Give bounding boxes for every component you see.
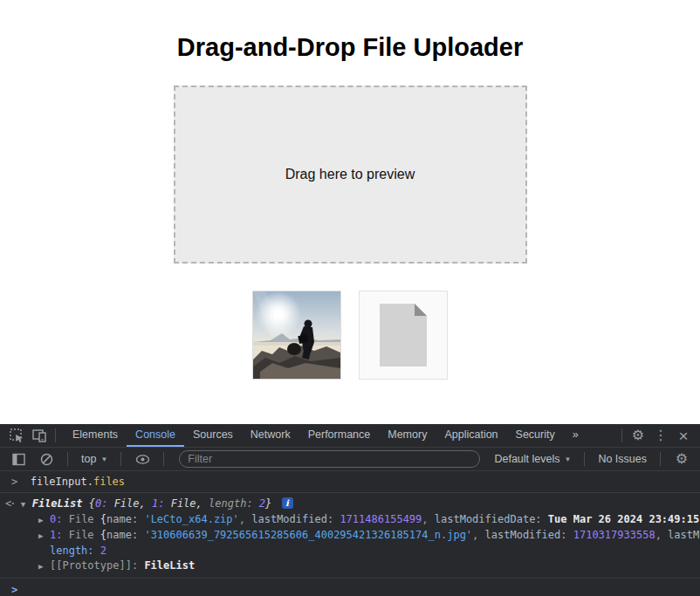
generic-file-icon <box>378 304 429 367</box>
filter-input[interactable] <box>179 450 480 468</box>
live-expression-eye-icon[interactable] <box>131 448 154 470</box>
issues-counter[interactable]: No Issues <box>594 453 650 465</box>
separator <box>621 428 622 442</box>
more-tabs-icon[interactable]: » <box>564 424 587 447</box>
console-result-header: <· ▼FileList {0: File, 1: File, length: … <box>0 497 700 512</box>
file-row-1: ▶1: File {name: '310606639_7925656152856… <box>0 528 700 544</box>
tab-elements[interactable]: Elements <box>64 424 127 447</box>
prompt-chevron: > <box>11 584 17 596</box>
file-thumbnail <box>359 291 448 380</box>
separator <box>67 452 68 466</box>
collapse-triangle-icon[interactable]: ▼ <box>21 497 32 512</box>
info-badge-icon[interactable]: i <box>282 497 293 509</box>
console-toolbar: top ▼ Default levels ▼ No Issues ⚙ <box>0 448 700 471</box>
chevron-down-icon: ▼ <box>564 456 571 463</box>
drop-zone[interactable]: Drag here to preview <box>174 86 527 264</box>
chevron-down-icon: ▼ <box>100 456 107 463</box>
settings-gear-icon[interactable]: ⚙ <box>627 424 649 447</box>
file-row-0: ▶0: File {name: 'LeCto_x64.zip', lastMod… <box>0 512 700 528</box>
tab-performance[interactable]: Performance <box>299 424 380 447</box>
separator <box>584 452 585 466</box>
separator <box>660 452 661 466</box>
prototype-row: ▶[[Prototype]]: FileList <box>0 558 700 574</box>
console-prompt[interactable]: > <box>0 578 700 596</box>
tab-security[interactable]: Security <box>507 424 564 447</box>
separator <box>55 428 56 442</box>
tab-sources[interactable]: Sources <box>184 424 242 447</box>
expand-triangle-icon[interactable]: ▶ <box>38 529 50 544</box>
clear-console-icon[interactable] <box>35 448 58 470</box>
expand-triangle-icon[interactable]: ▶ <box>38 559 50 574</box>
photo-thumbnail <box>252 291 341 380</box>
console-settings-gear-icon[interactable]: ⚙ <box>670 448 693 470</box>
drop-zone-label: Drag here to preview <box>285 167 415 182</box>
devtools-tabbar: Elements Console Sources Network Perform… <box>0 424 700 448</box>
device-toolbar-icon[interactable] <box>28 424 51 447</box>
tab-network[interactable]: Network <box>242 424 299 447</box>
thumbnail-row <box>0 291 700 380</box>
tab-console[interactable]: Console <box>127 424 184 447</box>
separator <box>163 452 164 466</box>
kebab-menu-icon[interactable]: ⋮ <box>649 424 672 447</box>
returned-value-icon: <· <box>5 497 14 510</box>
close-devtools-icon[interactable]: × <box>672 424 695 447</box>
tab-application[interactable]: Application <box>436 424 506 447</box>
length-row: length: 2 <box>0 544 700 558</box>
console-output: > fileInput.files <· ▼FileList {0: File,… <box>0 471 700 596</box>
page-title: Drag-and-Drop File Uploader <box>0 33 700 62</box>
console-command: > fileInput.files <box>0 471 700 493</box>
photo-image <box>253 291 340 379</box>
context-selector[interactable]: top ▼ <box>78 453 111 465</box>
tab-memory[interactable]: Memory <box>379 424 436 447</box>
expand-triangle-icon[interactable]: ▶ <box>38 513 50 528</box>
log-levels-selector[interactable]: Default levels ▼ <box>491 453 574 465</box>
inspect-element-icon[interactable] <box>5 424 28 447</box>
console-sidebar-icon[interactable] <box>7 448 30 470</box>
separator <box>120 452 121 466</box>
devtools-panel: Elements Console Sources Network Perform… <box>0 424 700 596</box>
devtools-tabs: Elements Console Sources Network Perform… <box>64 424 587 447</box>
